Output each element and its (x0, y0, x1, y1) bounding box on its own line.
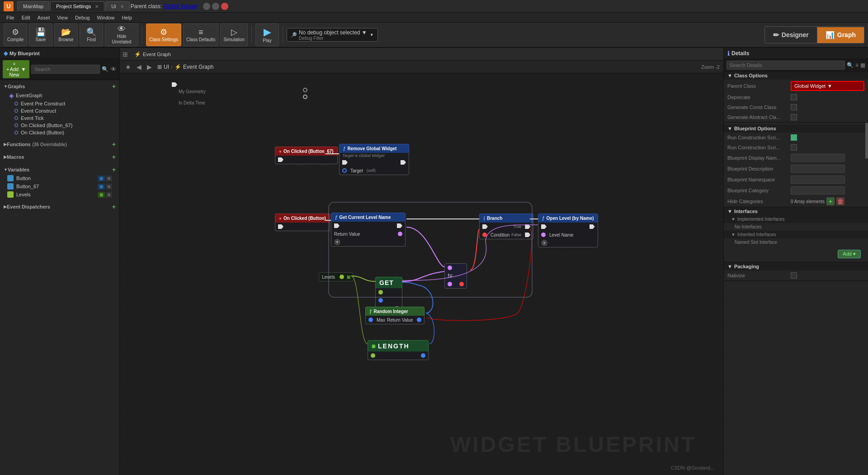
event-graph-tab[interactable]: ⚡ Event Graph (130, 50, 175, 59)
levels-array-icon: ⊞ (347, 275, 350, 280)
minimize-button[interactable] (203, 3, 210, 10)
inherited-interfaces-header[interactable]: ▼ Inherited Interfaces (724, 231, 868, 238)
find-button[interactable]: 🔍 Find (80, 24, 103, 46)
blueprint-canvas[interactable]: My Geometry In Delta Time ● On Clicked (… (120, 73, 723, 475)
interfaces-header[interactable]: ▼ Interfaces (724, 207, 868, 215)
event-dispatchers-header[interactable]: ▶ Event Dispatchers + (0, 202, 119, 211)
details-header: ℹ Details (724, 48, 868, 59)
forward-nav-icon[interactable]: ▶ (145, 62, 154, 71)
node-get-current-level-name[interactable]: ƒ Get Current Level Name Return Value ▼ (331, 213, 406, 247)
menu-view[interactable]: View (53, 14, 71, 21)
generate-abstract-checkbox[interactable] (791, 114, 797, 120)
details-grid-icon[interactable]: ▦ (860, 62, 865, 68)
macros-section-header[interactable]: ▶ Macros + (0, 152, 119, 162)
run-construction-checkbox[interactable] (791, 134, 797, 141)
length-array-icon: ⊞ (372, 344, 376, 349)
tab-close-icon[interactable]: ✕ (95, 4, 99, 9)
tab-ui[interactable]: Ui ✕ (105, 1, 129, 11)
node-levels-get[interactable]: Levels ⊞ (319, 272, 354, 281)
debug-filter-dropdown[interactable]: 🔎 No debug object selected ▼ Debug Filte… (287, 28, 378, 42)
packaging-header[interactable]: ▼ Packaging (724, 262, 868, 271)
node-on-clicked-button67[interactable]: ● On Clicked (Button_67) (275, 147, 338, 164)
class-options-header[interactable]: ▼ Class Options (724, 71, 868, 80)
graph-button[interactable]: 📊 Graph (817, 27, 864, 43)
branch-exec-row: True (480, 223, 533, 231)
menu-asset[interactable]: Asset (34, 14, 54, 21)
variables-section-header[interactable]: ▼ Variables + (0, 165, 119, 174)
menu-debug[interactable]: Debug (71, 14, 93, 21)
tree-item-event-pre-construct[interactable]: Event Pre Construct (0, 100, 119, 107)
node-length[interactable]: ⊞ LENGTH (368, 340, 429, 360)
add-new-button[interactable]: + + Add New ▼ (3, 60, 29, 78)
parent-class-link[interactable]: Global Widget (164, 3, 198, 10)
var-item-button-67[interactable]: Button_67 ⊞ ≡ (0, 182, 119, 190)
deprecate-checkbox[interactable] (791, 94, 797, 100)
nativize-checkbox[interactable] (791, 272, 797, 279)
graphs-section-header[interactable]: ▼ Graphs + (0, 82, 119, 91)
node-open-level[interactable]: ƒ Open Level (by Name) Level Name ▼ (538, 214, 598, 247)
display-name-input[interactable] (791, 154, 845, 162)
breadcrumb-event-graph[interactable]: Event Graph (183, 64, 213, 70)
details-search-input[interactable] (726, 61, 845, 70)
get-level-expand-icon[interactable]: ▼ (334, 239, 340, 245)
tab-project-settings[interactable]: Project Settings ✕ (50, 1, 104, 11)
breadcrumb-ui[interactable]: UI (164, 64, 169, 70)
add-interface-button[interactable]: Add ▾ (838, 250, 861, 258)
node-branch[interactable]: ⟨ Branch True Condition False (479, 214, 533, 239)
maximize-button[interactable] (212, 3, 219, 10)
save-button[interactable]: 💾 Save (29, 24, 52, 46)
tree-item-on-clicked-67[interactable]: On Clicked (Button_67) (0, 122, 119, 129)
node-random-integer[interactable]: ƒ Random Integer Max Return Value (365, 307, 425, 324)
back-nav-icon[interactable]: ◀ (135, 62, 143, 71)
close-button[interactable] (221, 3, 228, 10)
dispatchers-add-icon[interactable]: + (112, 203, 116, 210)
details-list-icon[interactable]: ≡ (855, 62, 859, 68)
class-settings-button[interactable]: ⚙ Class Settings (146, 24, 181, 46)
tree-item-eventgraph[interactable]: ◈ EventGraph (0, 91, 119, 100)
variables-add-icon[interactable]: + (112, 166, 116, 173)
menu-window[interactable]: Window (93, 14, 118, 21)
generate-const-checkbox[interactable] (791, 104, 797, 110)
menu-help[interactable]: Help (118, 14, 136, 21)
namespace-input[interactable] (791, 176, 845, 184)
tree-item-on-clicked[interactable]: On Clicked (Button) (0, 129, 119, 136)
hide-unrelated-button[interactable]: 👁 Hide Unrelated (105, 24, 138, 46)
node-remove-global-widget[interactable]: ƒ Remove Global Widget Target is Global … (339, 144, 409, 175)
compile-button[interactable]: ⚙ Compile (4, 24, 27, 46)
var-item-button[interactable]: Button ⊞ ≡ (0, 174, 119, 182)
open-level-expand-icon[interactable]: ▼ (541, 240, 547, 246)
left-search-input[interactable] (31, 65, 100, 74)
parent-class-value[interactable]: Global Widget ▼ (791, 81, 864, 91)
menu-file[interactable]: File (3, 14, 18, 21)
browse-button[interactable]: 📂 Browse (54, 24, 78, 46)
scrollbar-handle[interactable] (865, 123, 868, 159)
packaging-section: ▼ Packaging Nativize (724, 262, 868, 281)
hide-categories-del-button[interactable]: 🗑 (836, 197, 844, 205)
tree-item-event-construct[interactable]: Event Construct (0, 107, 119, 114)
run-construction2-checkbox[interactable] (791, 144, 797, 151)
simulation-button[interactable]: ▷ Simulation (220, 24, 248, 46)
functions-add-icon[interactable]: + (112, 141, 116, 148)
menu-edit[interactable]: Edit (18, 14, 34, 21)
var-item-levels[interactable]: Levels ⊞ ≡ (0, 190, 119, 199)
category-input[interactable] (791, 186, 845, 195)
designer-button[interactable]: ✏ Designer (765, 27, 817, 43)
tab-mainmap[interactable]: MainMap (17, 1, 49, 11)
description-input[interactable] (791, 165, 845, 173)
implemented-interfaces-header[interactable]: ▼ Implemented Interfaces (724, 215, 868, 223)
class-defaults-button[interactable]: ≡ Class Defaults (183, 24, 218, 46)
star-nav-icon[interactable]: ★ (123, 62, 133, 71)
functions-section-header[interactable]: ▶ Functions (36 Overridable) + (0, 140, 119, 149)
hide-categories-add-button[interactable]: + (826, 197, 835, 205)
node-neq[interactable]: != (444, 263, 467, 289)
get-index-row (376, 296, 402, 304)
play-button[interactable]: ▶ Play (255, 24, 279, 46)
tab-ui-close-icon[interactable]: ✕ (120, 4, 124, 9)
blueprint-options-header[interactable]: ▼ Blueprint Options (724, 124, 868, 133)
node-on-clicked-button[interactable]: ● On Clicked (Button) (275, 214, 330, 231)
functions-collapse-icon: ▶ (4, 142, 7, 147)
eye-icon[interactable]: 👁 (110, 66, 117, 73)
macros-add-icon[interactable]: + (112, 153, 116, 161)
graphs-add-icon[interactable]: + (112, 83, 116, 90)
tree-item-event-tick[interactable]: Event Tick (0, 114, 119, 122)
